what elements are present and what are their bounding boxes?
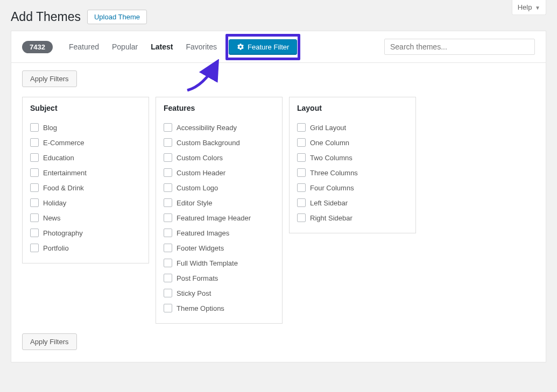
apply-filters-button-top[interactable]: Apply Filters	[22, 70, 77, 87]
search-wrap	[384, 39, 535, 55]
filter-item[interactable]: Accessibility Ready	[164, 120, 274, 135]
filter-checkbox[interactable]	[164, 244, 172, 252]
filter-item-label: E-Commerce	[43, 139, 84, 147]
filter-item-label: One Column	[310, 139, 349, 147]
filter-item-label: Portfolio	[43, 244, 69, 252]
help-label: Help	[518, 3, 532, 11]
filter-item-label: Grid Layout	[310, 124, 346, 132]
filter-checkbox[interactable]	[164, 153, 172, 162]
filter-item-label: Left Sidebar	[310, 199, 348, 207]
tab-favorites[interactable]: Favorites	[179, 42, 223, 51]
filter-checkbox[interactable]	[164, 138, 172, 147]
filter-item[interactable]: Left Sidebar	[297, 195, 408, 210]
help-tab[interactable]: Help ▼	[512, 0, 546, 15]
filter-item[interactable]: Three Columns	[297, 165, 408, 180]
filter-checkbox[interactable]	[30, 244, 39, 252]
filter-item[interactable]: Theme Options	[164, 301, 274, 316]
page-title: Add Themes	[11, 10, 81, 24]
filter-item-label: News	[43, 214, 61, 222]
filter-item[interactable]: Featured Image Header	[164, 210, 274, 225]
filter-item[interactable]: Four Columns	[297, 180, 408, 195]
filter-group-title: Features	[156, 97, 282, 118]
filter-checkbox[interactable]	[30, 168, 39, 177]
filter-item[interactable]: One Column	[297, 135, 408, 150]
filter-item[interactable]: Sticky Post	[164, 286, 274, 301]
filter-checkbox[interactable]	[164, 123, 172, 132]
filter-item[interactable]: Education	[30, 150, 141, 165]
tab-featured[interactable]: Featured	[62, 42, 105, 51]
filter-checkbox[interactable]	[297, 153, 306, 162]
filter-item[interactable]: Photography	[30, 225, 141, 240]
filter-item[interactable]: Right Sidebar	[297, 210, 408, 225]
filter-item[interactable]: Post Formats	[164, 270, 274, 286]
filter-body: Apply Filters Subject BlogE-CommerceEduc…	[11, 62, 546, 362]
filter-checkbox[interactable]	[30, 213, 39, 222]
filter-checkbox[interactable]	[164, 274, 172, 282]
filter-item[interactable]: Holiday	[30, 195, 141, 210]
filter-group-list-layout: Grid LayoutOne ColumnTwo ColumnsThree Co…	[290, 118, 415, 233]
search-input[interactable]	[384, 39, 535, 55]
feature-filter-label: Feature Filter	[248, 43, 289, 51]
upload-theme-button[interactable]: Upload Theme	[87, 10, 147, 24]
filter-checkbox[interactable]	[164, 168, 172, 177]
apply-filters-button-bottom[interactable]: Apply Filters	[22, 333, 77, 350]
filter-item[interactable]: Custom Background	[164, 135, 274, 150]
filter-item[interactable]: Full Width Template	[164, 255, 274, 270]
feature-filter-button[interactable]: Feature Filter	[229, 39, 297, 55]
filter-checkbox[interactable]	[297, 123, 306, 132]
filter-group-list-subject: BlogE-CommerceEducationEntertainmentFood…	[23, 118, 149, 263]
filter-groups: Subject BlogE-CommerceEducationEntertain…	[22, 97, 535, 324]
filter-checkbox[interactable]	[30, 138, 39, 147]
filter-item[interactable]: Footer Widgets	[164, 240, 274, 255]
filter-item-label: Photography	[43, 229, 83, 237]
gear-icon	[237, 43, 244, 51]
filter-checkbox[interactable]	[30, 123, 39, 132]
tab-latest[interactable]: Latest	[144, 42, 179, 51]
filter-checkbox[interactable]	[30, 183, 39, 192]
filter-item[interactable]: Grid Layout	[297, 120, 408, 135]
filter-item-label: Entertainment	[43, 169, 87, 177]
filter-checkbox[interactable]	[30, 153, 39, 162]
filter-group-layout: Layout Grid LayoutOne ColumnTwo ColumnsT…	[289, 97, 416, 233]
filter-item[interactable]: Food & Drink	[30, 180, 141, 195]
filter-item-label: Theme Options	[177, 304, 224, 312]
filter-checkbox[interactable]	[164, 198, 172, 207]
filter-item-label: Accessibility Ready	[177, 124, 237, 132]
filter-item[interactable]: Blog	[30, 120, 141, 135]
filter-item[interactable]: Custom Logo	[164, 180, 274, 195]
filter-checkbox[interactable]	[297, 213, 306, 222]
filter-checkbox[interactable]	[297, 183, 306, 192]
filter-checkbox[interactable]	[164, 229, 172, 237]
filter-group-title: Layout	[290, 97, 415, 118]
filter-item-label: Three Columns	[310, 169, 358, 177]
filter-checkbox[interactable]	[164, 213, 172, 222]
filter-item-label: Four Columns	[310, 184, 354, 192]
filter-item-label: Custom Header	[177, 169, 225, 177]
tab-popular[interactable]: Popular	[105, 42, 144, 51]
filter-item-label: Full Width Template	[177, 259, 238, 267]
filter-item[interactable]: News	[30, 210, 141, 225]
filter-checkbox[interactable]	[164, 183, 172, 192]
feature-filter-wrap: Feature Filter	[229, 39, 297, 55]
filter-item-label: Food & Drink	[43, 184, 84, 192]
filter-checkbox[interactable]	[30, 229, 39, 237]
filter-item-label: Sticky Post	[177, 289, 211, 297]
filter-item[interactable]: Portfolio	[30, 240, 141, 255]
filter-group-list-features: Accessibility ReadyCustom BackgroundCust…	[156, 118, 282, 323]
filter-item[interactable]: E-Commerce	[30, 135, 141, 150]
filter-checkbox[interactable]	[297, 138, 306, 147]
filter-item[interactable]: Two Columns	[297, 150, 408, 165]
filter-checkbox[interactable]	[297, 198, 306, 207]
filter-item-label: Custom Background	[177, 139, 240, 147]
filter-group-features: Features Accessibility ReadyCustom Backg…	[156, 97, 283, 324]
filter-item[interactable]: Custom Colors	[164, 150, 274, 165]
filter-checkbox[interactable]	[297, 168, 306, 177]
filter-checkbox[interactable]	[164, 289, 172, 297]
filter-item[interactable]: Custom Header	[164, 165, 274, 180]
filter-item[interactable]: Entertainment	[30, 165, 141, 180]
filter-item[interactable]: Featured Images	[164, 225, 274, 240]
filter-checkbox[interactable]	[164, 259, 172, 267]
filter-checkbox[interactable]	[164, 304, 172, 312]
filter-item[interactable]: Editor Style	[164, 195, 274, 210]
filter-checkbox[interactable]	[30, 198, 39, 207]
